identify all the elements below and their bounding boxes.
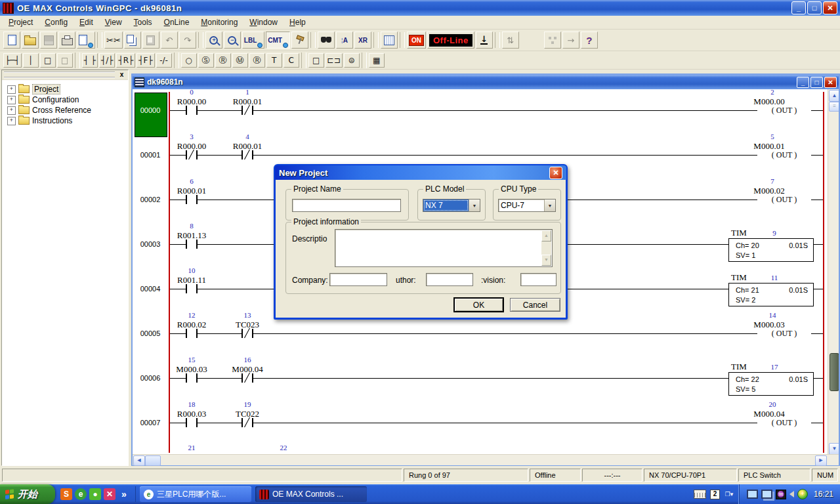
label-display-button[interactable]: LBL	[242, 32, 264, 49]
contact-nc[interactable]	[187, 150, 196, 159]
rung-number[interactable]: 00002	[134, 195, 167, 204]
cut-button[interactable]: ✂✂	[104, 32, 123, 49]
sidebar-item-instructions[interactable]: +Instructions	[2, 116, 128, 126]
dialog-close-button[interactable]: ✕	[549, 167, 562, 179]
ok-button[interactable]: OK	[454, 298, 503, 312]
company-input[interactable]	[329, 273, 387, 286]
ladder-window-titlebar[interactable]: dk96081n _ □ ✕	[133, 75, 839, 89]
output-coil[interactable]: ( OUT )	[757, 418, 811, 427]
output-coil[interactable]: ( OUT )	[757, 329, 811, 338]
contact-nc-button[interactable]: ┤/├	[99, 53, 116, 68]
verify-transfer-button[interactable]: ⇅	[502, 32, 519, 49]
print-preview-button[interactable]	[77, 32, 95, 49]
new-file-button[interactable]	[3, 32, 20, 49]
coil-keep-button[interactable]: Ⓜ	[232, 53, 248, 68]
contact-nc[interactable]	[243, 418, 252, 427]
timer-block[interactable]: Ch= 210.01SSV= 2	[728, 283, 814, 306]
compare-box-button[interactable]: ⊜	[344, 53, 360, 68]
dialog-titlebar[interactable]: New Project ✕	[275, 165, 566, 180]
contact-no[interactable]	[187, 195, 196, 204]
copy-button[interactable]	[124, 32, 141, 49]
scroll-up-button[interactable]: ▲	[829, 90, 839, 102]
rung-number[interactable]: 00001	[134, 150, 167, 159]
description-textarea[interactable]: ▲ ▼	[335, 229, 553, 267]
overflow-chevron-icon[interactable]: »	[118, 488, 130, 500]
menu-item-monitoring[interactable]: Monitoring	[195, 16, 243, 28]
wireless-tray-icon[interactable]: ♒	[776, 490, 786, 499]
find-button[interactable]	[318, 32, 335, 49]
contact-falling-button[interactable]: ┤F├	[136, 53, 154, 68]
task-button-browser[interactable]: e 三星PLC用哪个版...	[140, 486, 251, 502]
contact-nc[interactable]	[243, 150, 252, 159]
plc-model-select[interactable]: NX 7 ▼	[423, 199, 480, 212]
maximize-button[interactable]: □	[807, 1, 822, 14]
menu-item-config[interactable]: Config	[39, 16, 74, 28]
contact-no[interactable]	[187, 373, 196, 383]
messenger-icon[interactable]: ✕	[104, 488, 116, 500]
project-name-input[interactable]	[292, 199, 401, 212]
output-coil[interactable]: ( OUT )	[757, 150, 811, 159]
contact-no[interactable]	[187, 418, 196, 427]
download-to-plc-button[interactable]: ↓	[476, 32, 493, 49]
expand-plus-icon[interactable]: +	[7, 96, 16, 104]
rung-number[interactable]: 00005	[134, 329, 167, 338]
cpu-type-select[interactable]: CPU-7 ▼	[498, 199, 556, 212]
contact-nc[interactable]	[243, 106, 252, 115]
vertical-scrollbar[interactable]: ▲ ≡ ▼	[828, 89, 839, 454]
scroll-left-button[interactable]: ◄	[133, 455, 145, 466]
paste-button[interactable]	[142, 32, 159, 49]
function-box-io-button[interactable]: ⊏⊐	[326, 53, 343, 68]
counter-button[interactable]: C	[284, 53, 299, 68]
minimize-button[interactable]: _	[791, 1, 806, 14]
zoom-in-button[interactable]: +	[205, 32, 222, 49]
invert-line-button[interactable]: -/-	[156, 53, 172, 68]
child-close-button[interactable]: ✕	[824, 77, 837, 88]
vertical-scroll-thumb[interactable]	[830, 353, 839, 391]
cancel-button[interactable]: Cancel	[510, 298, 560, 312]
rung-number[interactable]: 00007	[134, 418, 167, 427]
redo-button[interactable]: ↷	[179, 32, 196, 49]
horizontal-scroll-thumb[interactable]	[145, 455, 161, 466]
timer-button[interactable]: T	[266, 53, 282, 68]
start-button[interactable]: 开始	[0, 484, 55, 504]
panel-close-button[interactable]: x	[117, 71, 126, 79]
contact-no[interactable]	[187, 284, 196, 293]
textarea-scrollbar[interactable]: ▲ ▼	[541, 230, 551, 266]
keyboard-icon[interactable]	[694, 490, 706, 499]
run-monitor-button[interactable]: →	[562, 32, 579, 49]
contact-nc[interactable]	[243, 329, 252, 338]
build-button[interactable]	[291, 32, 308, 49]
online-mode-button[interactable]: ON	[407, 32, 426, 49]
menu-item-project[interactable]: Project	[3, 16, 39, 28]
rung-number[interactable]: 00003	[134, 240, 167, 249]
comment-display-button[interactable]: CMT	[266, 32, 290, 49]
revision-input[interactable]	[520, 273, 556, 286]
open-file-button[interactable]	[22, 32, 39, 49]
chevron-down-icon[interactable]: ▼	[544, 200, 555, 211]
contact-no[interactable]	[187, 329, 196, 338]
undo-button[interactable]: ↶	[161, 32, 178, 49]
expand-plus-icon[interactable]: +	[7, 117, 16, 125]
close-button[interactable]: ✕	[823, 1, 837, 14]
scroll-page-button[interactable]: ≡	[829, 102, 839, 112]
cross-reference-button[interactable]: XR	[354, 32, 371, 49]
child-maximize-button[interactable]: □	[810, 77, 823, 88]
menu-item-edit[interactable]: Edit	[74, 16, 99, 28]
contact-no[interactable]	[187, 106, 196, 115]
horizontal-scrollbar[interactable]: ◄ ►	[133, 454, 839, 465]
menu-item-tools[interactable]: Tools	[128, 16, 158, 28]
rung-number[interactable]: 00000	[134, 106, 167, 115]
rung-number[interactable]: 00004	[134, 284, 167, 293]
timer-block[interactable]: Ch= 200.01SSV= 1	[728, 238, 814, 262]
task-button-wingpc[interactable]: OE MAX Controls ...	[255, 486, 367, 502]
draw-branch-2-button[interactable]: □	[57, 53, 73, 68]
panel-gripper[interactable]: x	[2, 70, 128, 80]
menu-item-view[interactable]: View	[99, 16, 128, 28]
contact-no[interactable]	[187, 240, 196, 249]
sidebar-item-project[interactable]: +Project	[2, 84, 128, 94]
contact-rising-button[interactable]: ┤R├	[116, 53, 135, 68]
sidebar-item-cross-reference[interactable]: +Cross Reference	[2, 105, 128, 116]
coil-set-button[interactable]: Ⓢ	[198, 53, 214, 68]
display-tray-icon[interactable]	[747, 490, 758, 499]
child-minimize-button[interactable]: _	[797, 77, 809, 88]
